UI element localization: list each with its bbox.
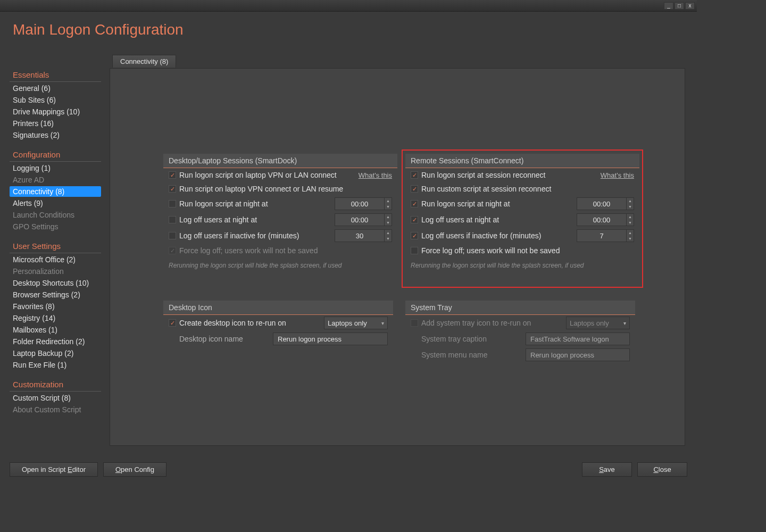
spin-down-icon[interactable]: ▼ xyxy=(627,204,634,210)
checkbox[interactable] xyxy=(411,232,418,239)
checkbox[interactable] xyxy=(411,185,418,193)
sidebar-item[interactable]: Signatures (2) xyxy=(10,130,101,140)
label: Run logon script on laptop VPN or LAN co… xyxy=(179,171,355,179)
label: System tray caption xyxy=(421,335,522,343)
checkbox[interactable] xyxy=(411,319,418,327)
checkbox[interactable] xyxy=(411,200,418,207)
whats-this-link[interactable]: What's this xyxy=(359,171,392,179)
spin-down-icon[interactable]: ▼ xyxy=(385,236,392,242)
spin-down-icon[interactable]: ▼ xyxy=(385,220,392,226)
sidebar-item[interactable]: Mailboxes (1) xyxy=(10,325,101,335)
spin-up-icon[interactable]: ▲ xyxy=(627,230,634,236)
label: Log off users if inactive for (minutes) xyxy=(421,231,573,240)
spin-up-icon[interactable]: ▲ xyxy=(385,198,392,204)
target-dropdown[interactable]: Laptops only xyxy=(324,317,388,329)
sidebar-item[interactable]: Personalization xyxy=(10,266,101,277)
time-input[interactable]: 00:00 ▲▼ xyxy=(577,197,634,210)
tray-menu-input: Rerun logon process xyxy=(526,348,630,361)
spin-up-icon[interactable]: ▲ xyxy=(385,230,392,236)
checkbox[interactable] xyxy=(169,216,176,223)
sidebar-item[interactable]: Laptop Backup (2) xyxy=(10,348,101,359)
group-header: Desktop Icon xyxy=(163,301,393,315)
sidebar-item[interactable]: Folder Redirection (2) xyxy=(10,336,101,347)
maximize-button[interactable]: □ xyxy=(675,2,684,10)
footer: Open in Script Editor Open Config Save C… xyxy=(10,462,687,477)
row-icon-name: Desktop icon name Rerun logon process xyxy=(163,331,393,347)
save-button[interactable]: Save xyxy=(582,462,632,477)
sidebar-item[interactable]: Custom Script (8) xyxy=(10,393,101,403)
hint-text: Rerunning the logon script will hide the… xyxy=(163,257,397,271)
row-logoff-night: Log off users at night at 00:00 ▲▼ xyxy=(405,212,639,228)
target-dropdown: Laptops only xyxy=(566,317,630,329)
spin-down-icon[interactable]: ▼ xyxy=(627,236,634,242)
row-tray-menu: System menu name Rerun logon process xyxy=(405,347,635,363)
tab-connectivity[interactable]: Connectivity (8) xyxy=(112,55,176,68)
label: Log off users at night at xyxy=(179,215,331,224)
sidebar-item[interactable]: Favorites (8) xyxy=(10,301,101,312)
minimize-button[interactable]: _ xyxy=(664,2,673,10)
sidebar-section-header: Configuration xyxy=(10,148,101,162)
row-force-logoff: Force log off; users work will not be sa… xyxy=(163,244,397,257)
checkbox[interactable] xyxy=(169,185,176,193)
time-input[interactable]: 00:00 ▲▼ xyxy=(335,197,392,210)
sidebar-item[interactable]: Desktop Shortcuts (10) xyxy=(10,278,101,288)
spin-up-icon[interactable]: ▲ xyxy=(627,198,634,204)
sidebar-item[interactable]: Registry (14) xyxy=(10,313,101,323)
checkbox[interactable] xyxy=(169,319,176,327)
spin-up-icon[interactable]: ▲ xyxy=(627,214,634,220)
checkbox[interactable] xyxy=(411,247,418,254)
spin-up-icon[interactable]: ▲ xyxy=(385,214,392,220)
group-system-tray: System Tray Add system tray icon to re-r… xyxy=(405,301,635,363)
label: Run custom script at session reconnect xyxy=(421,185,634,193)
main-panel: Connectivity (8) Desktop/Laptop Sessions… xyxy=(110,68,685,446)
sidebar-item[interactable]: Alerts (9) xyxy=(10,198,101,209)
sidebar-item[interactable]: General (6) xyxy=(10,83,101,94)
checkbox[interactable] xyxy=(169,232,176,239)
label: Run logon script at session reconnect xyxy=(421,171,597,179)
sidebar-item[interactable]: Azure AD xyxy=(10,174,101,185)
sidebar-item[interactable]: About Custom Script xyxy=(10,404,101,415)
group-header: System Tray xyxy=(405,301,635,315)
sidebar-item[interactable]: Browser Settings (2) xyxy=(10,289,101,300)
label: Force log off; users work will not be sa… xyxy=(179,246,392,255)
label: Run script on laptop VPN connect or LAN … xyxy=(179,185,392,193)
row-logoff-night: Log off users at night at 00:00 ▲▼ xyxy=(163,212,397,228)
close-button[interactable]: Close xyxy=(637,462,687,477)
sidebar-item[interactable]: GPO Settings xyxy=(10,221,101,232)
checkbox[interactable] xyxy=(411,171,418,179)
sidebar-item[interactable]: Launch Conditions xyxy=(10,210,101,220)
label: Force log off; users work will not be sa… xyxy=(421,246,634,255)
hint-text: Rerunning the logon script will hide the… xyxy=(405,257,639,271)
time-input[interactable]: 00:00 ▲▼ xyxy=(577,213,634,226)
open-config-button[interactable]: Open Config xyxy=(103,462,166,477)
minutes-input[interactable]: 30 ▲▼ xyxy=(335,229,392,242)
sidebar-item[interactable]: Logging (1) xyxy=(10,163,101,173)
sidebar-item[interactable]: Drive Mappings (10) xyxy=(10,106,101,117)
row-logoff-inactive: Log off users if inactive for (minutes) … xyxy=(163,228,397,244)
open-script-editor-button[interactable]: Open in Script Editor xyxy=(10,462,98,477)
label: Run logon script at night at xyxy=(421,200,573,208)
sidebar-section-header: Customization xyxy=(10,378,101,392)
label: Run logon script at night at xyxy=(179,200,331,208)
sidebar-item[interactable]: Sub Sites (6) xyxy=(10,95,101,105)
sidebar-item[interactable]: Microsoft Office (2) xyxy=(10,254,101,265)
titlebar: _ □ x xyxy=(0,0,697,12)
whats-this-link[interactable]: What's this xyxy=(601,171,634,179)
label: Log off users if inactive for (minutes) xyxy=(179,231,331,240)
checkbox[interactable] xyxy=(169,200,176,207)
icon-name-input[interactable]: Rerun logon process xyxy=(273,332,388,345)
spin-down-icon[interactable]: ▼ xyxy=(627,220,634,226)
checkbox[interactable] xyxy=(169,171,176,179)
row-logoff-inactive: Log off users if inactive for (minutes) … xyxy=(405,228,639,244)
sidebar-item[interactable]: Run Exe File (1) xyxy=(10,360,101,370)
checkbox[interactable] xyxy=(411,216,418,223)
minutes-input[interactable]: 7 ▲▼ xyxy=(577,229,634,242)
sidebar-section-header: User Settings xyxy=(10,239,101,253)
close-window-button[interactable]: x xyxy=(685,2,695,10)
spin-down-icon[interactable]: ▼ xyxy=(385,204,392,210)
time-input[interactable]: 00:00 ▲▼ xyxy=(335,213,392,226)
row-run-vpn-lan: Run logon script on laptop VPN or LAN co… xyxy=(163,168,397,182)
row-run-reconnect: Run logon script at session reconnect Wh… xyxy=(405,168,639,182)
sidebar-item[interactable]: Connectivity (8) xyxy=(10,186,101,197)
sidebar-item[interactable]: Printers (16) xyxy=(10,118,101,129)
